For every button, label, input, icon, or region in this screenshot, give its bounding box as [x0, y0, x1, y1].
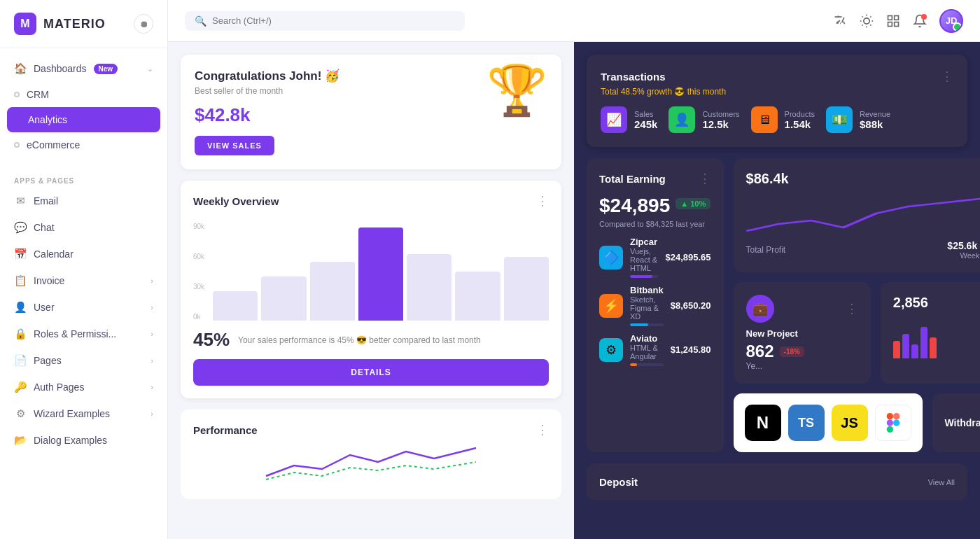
- sparkline-svg: [746, 192, 980, 234]
- profit-header: $86.4k ⋮: [746, 171, 980, 187]
- profit-big-amount: $86.4k: [746, 171, 789, 187]
- topbar: 🔍 JD: [168, 0, 980, 42]
- earning-compare: Compared to $84,325 last year: [599, 220, 711, 228]
- performance-header: Performance ⋮: [193, 422, 549, 438]
- transactions-title: Transactions: [601, 71, 666, 83]
- profit-labels: Total Profit: [746, 245, 786, 255]
- transactions-subtitle: Total 48.5% growth 😎 this month: [601, 87, 953, 97]
- stat-sales: 📈 Sales 245k: [601, 106, 657, 133]
- project-menu-dots[interactable]: ⋮: [846, 301, 858, 316]
- deposit-view-all[interactable]: View All: [928, 478, 955, 486]
- transactions-menu-dots[interactable]: ⋮: [941, 69, 953, 84]
- bar-4-active: [358, 227, 403, 321]
- bitbank-name: Bitbank: [630, 285, 664, 295]
- mini-bar-3: [911, 344, 918, 358]
- svg-line-7: [862, 24, 863, 25]
- zipcar-tech: Vuejs, React & HTML: [630, 247, 658, 272]
- earning-profit-row: Total Earning ⋮ $24,895 ▲ 10% Compared t…: [587, 158, 967, 452]
- withdraw-card: Withdraw View All: [932, 393, 980, 452]
- sidebar-item-auth[interactable]: 🔑 Auth Pages ›: [0, 374, 167, 400]
- logo-area: M MATERIO ⏺: [0, 0, 167, 48]
- sidebar-item-crm[interactable]: CRM: [0, 82, 167, 107]
- stat-customers-info: Customers 12.5k: [702, 110, 739, 130]
- chevron-right-icon: ›: [150, 356, 153, 365]
- sidebar-item-dialog[interactable]: 📂 Dialog Examples: [0, 427, 167, 454]
- search-icon: 🔍: [195, 15, 206, 27]
- weekly-header: Weekly Overview ⋮: [193, 193, 549, 209]
- sidebar-item-label: CRM: [27, 89, 49, 100]
- project-icon: 💼: [746, 295, 774, 323]
- bitbank-amount: $8,650.20: [671, 300, 711, 311]
- view-sales-button[interactable]: VIEW SALES: [195, 136, 274, 155]
- stat-products: 🖥 Products 1.54k: [751, 106, 815, 133]
- project-badge: -18%: [780, 346, 804, 357]
- sidebar-item-pages[interactable]: 📄 Pages ›: [0, 347, 167, 374]
- bitbank-logo: ⚡: [599, 294, 623, 318]
- earning-header: Total Earning ⋮: [599, 171, 711, 186]
- svg-rect-9: [888, 15, 892, 20]
- search-bar[interactable]: 🔍: [185, 11, 465, 31]
- mini-bar-1: [893, 341, 900, 358]
- performance-menu-dots[interactable]: ⋮: [536, 422, 549, 438]
- zipcar-info: Zipcar Vuejs, React & HTML: [630, 237, 658, 278]
- earning-menu-dots[interactable]: ⋮: [699, 171, 711, 186]
- sidebar-item-ecommerce[interactable]: eCommerce: [0, 132, 167, 158]
- sidebar-item-user[interactable]: 👤 User ›: [0, 294, 167, 321]
- section-label-apps: APPS & PAGES: [0, 172, 167, 188]
- record-button[interactable]: ⏺: [134, 14, 153, 34]
- earning-item-zipcar: 🔷 Zipcar Vuejs, React & HTML $24,895.65: [599, 237, 711, 278]
- sidebar-item-roles[interactable]: 🔒 Roles & Permissi... ›: [0, 321, 167, 347]
- chevron-right-icon: ›: [150, 303, 153, 312]
- revenue-icon: 💵: [826, 106, 853, 133]
- tech-logos-card: N TS JS: [734, 393, 923, 452]
- sidebar-item-chat[interactable]: 💬 Chat: [0, 214, 167, 241]
- ts-logo: TS: [788, 405, 825, 441]
- grid-button[interactable]: [886, 14, 900, 28]
- sidebar-item-invoice[interactable]: 📋 Invoice ›: [0, 267, 167, 294]
- profit-column: $86.4k ⋮ Total Profit: [734, 158, 980, 452]
- svg-rect-14: [886, 413, 892, 419]
- search-input[interactable]: [212, 15, 455, 26]
- js-logo: JS: [832, 405, 868, 441]
- bar-3: [310, 262, 355, 321]
- nav-dot-analytics: [15, 117, 21, 122]
- total-profit-label: Total Profit: [746, 245, 786, 255]
- project-title: New Project: [746, 328, 858, 339]
- notifications-button[interactable]: [913, 14, 927, 28]
- sidebar-item-label: Roles & Permissi...: [34, 328, 116, 340]
- translate-button[interactable]: [833, 14, 847, 28]
- details-button[interactable]: DETAILS: [193, 359, 549, 386]
- sidebar-item-dashboards[interactable]: 🏠 Dashboards New ⌄: [0, 55, 167, 82]
- weekly-menu-dots[interactable]: ⋮: [536, 193, 549, 209]
- total-earning-card: Total Earning ⋮ $24,895 ▲ 10% Compared t…: [587, 158, 724, 452]
- zipcar-progress-bg: [630, 275, 658, 278]
- avatar[interactable]: JD: [939, 9, 963, 33]
- wizard-icon: ⚙: [14, 407, 27, 420]
- stat-card: 2,856: [881, 282, 980, 384]
- sidebar-item-label: Dialog Examples: [34, 435, 107, 446]
- svg-line-4: [870, 24, 871, 25]
- theme-button[interactable]: [860, 14, 874, 28]
- aviato-progress-bg: [630, 363, 664, 366]
- customers-icon: 👤: [668, 106, 695, 133]
- sidebar-item-email[interactable]: ✉ Email: [0, 188, 167, 214]
- deposit-header: Deposit View All: [599, 476, 955, 488]
- sidebar-item-analytics[interactable]: Analytics: [7, 107, 160, 132]
- bar-7: [504, 257, 549, 321]
- zipcar-progress-fill: [630, 275, 652, 278]
- nav-section-apps: APPS & PAGES ✉ Email 💬 Chat 📅 Calendar 📋…: [0, 164, 167, 461]
- right-panel: Transactions ⋮ Total 48.5% growth 😎 this…: [574, 42, 980, 539]
- calendar-icon: 📅: [14, 248, 27, 260]
- bitbank-progress-bg: [630, 323, 664, 326]
- bar-6: [455, 272, 500, 321]
- chevron-right-icon: ›: [150, 330, 153, 338]
- sidebar-item-label: Email: [34, 195, 58, 206]
- svg-rect-17: [886, 426, 892, 433]
- sidebar-item-wizard[interactable]: ⚙ Wizard Examples ›: [0, 400, 167, 427]
- earning-list: 🔷 Zipcar Vuejs, React & HTML $24,895.65 …: [599, 237, 711, 366]
- zipcar-logo: 🔷: [599, 246, 623, 270]
- invoice-icon: 📋: [14, 274, 27, 287]
- bar-2: [261, 276, 306, 321]
- sidebar-item-calendar[interactable]: 📅 Calendar: [0, 241, 167, 267]
- mini-bar-2: [902, 334, 909, 358]
